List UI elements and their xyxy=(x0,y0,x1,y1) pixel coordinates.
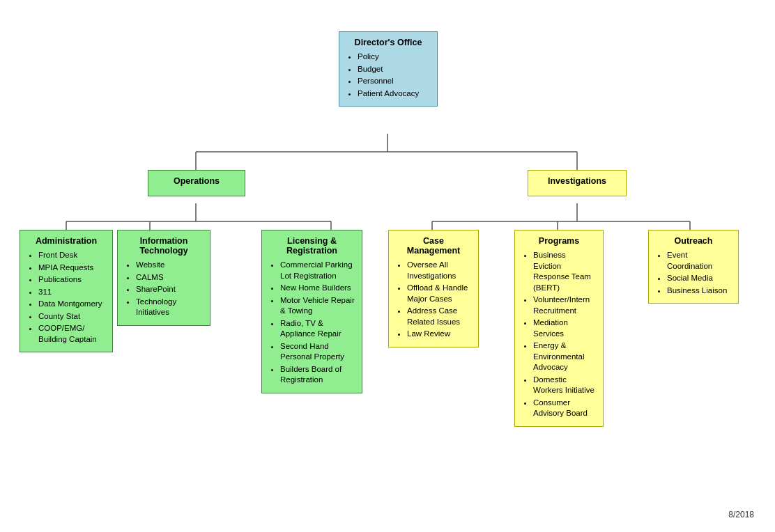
investigations-box: Investigations xyxy=(528,170,627,196)
administration-list: Front Desk MPIA Requests Publications 31… xyxy=(27,250,105,345)
list-item: Social Media xyxy=(667,273,731,284)
list-item: Publications xyxy=(38,274,105,285)
administration-title: Administration xyxy=(27,236,105,246)
directors-office-title: Director's Office xyxy=(346,38,430,47)
operations-box: Operations xyxy=(148,170,245,196)
programs-box: Programs Business Eviction Response Team… xyxy=(514,230,604,427)
operations-title: Operations xyxy=(155,176,238,186)
list-item: Radio, TV & Appliance Repair xyxy=(280,318,355,340)
information-technology-box: Information Technology Website CALMS Sha… xyxy=(117,230,210,326)
programs-title: Programs xyxy=(522,236,596,246)
list-item: Builders Board of Registration xyxy=(280,364,355,386)
outreach-title: Outreach xyxy=(656,236,731,246)
list-item: Data Montgomery xyxy=(38,299,105,310)
list-item: Oversee All Investigations xyxy=(407,260,471,281)
administration-box: Administration Front Desk MPIA Requests … xyxy=(20,230,113,352)
list-item: Consumer Advisory Board xyxy=(533,398,596,419)
list-item: Address Case Related Issues xyxy=(407,306,471,327)
list-item: Energy & Environmental Advocacy xyxy=(533,341,596,373)
list-item: Budget xyxy=(358,64,430,75)
list-item: Personnel xyxy=(358,76,430,87)
list-item: Law Review xyxy=(407,329,471,340)
licensing-registration-box: Licensing & Registration Commercial Park… xyxy=(261,230,362,393)
list-item: New Home Builders xyxy=(280,283,355,294)
outreach-list: Event Coordination Social Media Business… xyxy=(656,250,731,296)
licensing-list: Commercial Parking Lot Registration New … xyxy=(269,260,355,386)
list-item: Commercial Parking Lot Registration xyxy=(280,260,355,281)
list-item: Front Desk xyxy=(38,250,105,261)
it-list: Website CALMS SharePoint Technology Init… xyxy=(125,260,203,318)
directors-office-box: Director's Office Policy Budget Personne… xyxy=(339,31,438,107)
list-item: COOP/EMG/ Building Captain xyxy=(38,323,105,345)
list-item: CALMS xyxy=(136,272,203,283)
list-item: Offload & Handle Major Cases xyxy=(407,283,471,304)
list-item: MPIA Requests xyxy=(38,263,105,274)
list-item: Business Liaison xyxy=(667,285,731,297)
directors-office-list: Policy Budget Personnel Patient Advocacy xyxy=(346,52,430,99)
list-item: Technology Initiatives xyxy=(136,297,203,318)
case-management-list: Oversee All Investigations Offload & Han… xyxy=(396,260,471,340)
case-management-title: Case Management xyxy=(396,236,471,256)
list-item: Domestic Workers Initiative xyxy=(533,375,596,396)
investigations-title: Investigations xyxy=(535,176,619,186)
case-management-box: Case Management Oversee All Investigatio… xyxy=(388,230,479,347)
list-item: Second Hand Personal Property xyxy=(280,341,355,363)
list-item: Patient Advocacy xyxy=(358,88,430,100)
list-item: Policy xyxy=(358,52,430,63)
list-item: Event Coordination xyxy=(667,250,731,272)
licensing-title: Licensing & Registration xyxy=(269,236,355,256)
org-chart: Director's Office Policy Budget Personne… xyxy=(0,0,775,532)
list-item: Motor Vehicle Repair & Towing xyxy=(280,295,355,317)
it-title: Information Technology xyxy=(125,236,203,256)
list-item: County Stat xyxy=(38,311,105,322)
list-item: SharePoint xyxy=(136,284,203,295)
list-item: Website xyxy=(136,260,203,271)
programs-list: Business Eviction Response Team (BERT) V… xyxy=(522,250,596,419)
list-item: Volunteer/Intern Recruitment xyxy=(533,295,596,316)
list-item: Mediation Services xyxy=(533,318,596,339)
list-item: 311 xyxy=(38,287,105,298)
outreach-box: Outreach Event Coordination Social Media… xyxy=(648,230,739,304)
list-item: Business Eviction Response Team (BERT) xyxy=(533,250,596,293)
timestamp: 8/2018 xyxy=(728,510,754,519)
